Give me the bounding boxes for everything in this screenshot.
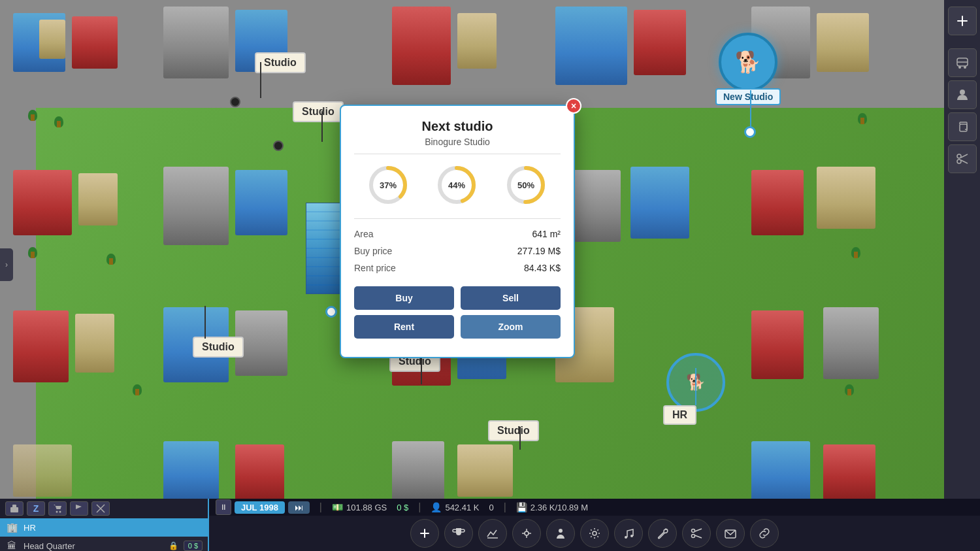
flag-button[interactable] — [70, 501, 88, 516]
tree — [105, 248, 118, 265]
ring-1-svg: 37% — [367, 164, 410, 207]
network-tool-button[interactable] — [512, 519, 541, 548]
building-icon — [5, 501, 24, 516]
building — [392, 7, 451, 85]
settings-tool-button[interactable] — [580, 519, 609, 548]
tree — [856, 108, 869, 124]
modal-buttons-row1: Buy Sell — [354, 286, 561, 310]
svg-rect-16 — [960, 124, 967, 131]
rent-button[interactable]: Rent — [354, 315, 454, 339]
balance-value: 0 $ — [397, 503, 408, 512]
building — [751, 170, 804, 235]
modal-close-button[interactable]: × — [566, 98, 581, 114]
hq-list-label: Head Quarter — [24, 541, 75, 551]
progress-rings: 37% 44% 50% — [354, 164, 561, 207]
add-tool-button[interactable] — [410, 519, 439, 548]
buy-price-row: Buy price 277.19 M$ — [354, 242, 561, 259]
ring-3-svg: 50% — [505, 164, 547, 207]
svg-line-42 — [695, 535, 702, 538]
list-item-hr[interactable]: 🏢 HR — [0, 518, 208, 537]
sleep-button[interactable]: Z — [27, 501, 45, 516]
wrench-tool-button[interactable] — [648, 519, 677, 548]
fast-forward-button[interactable]: ⏭ — [288, 501, 310, 514]
building — [13, 310, 69, 382]
transit-button[interactable] — [948, 48, 977, 77]
buy-button[interactable]: Buy — [354, 286, 454, 310]
building — [751, 441, 810, 503]
building — [634, 10, 686, 75]
building — [817, 13, 869, 72]
cart-button[interactable] — [48, 501, 67, 516]
svg-point-12 — [958, 66, 961, 69]
date-display: JUL 1998 — [235, 501, 285, 514]
new-studio-marker[interactable]: 🐕 New Studio — [715, 33, 781, 105]
svg-point-18 — [957, 159, 961, 163]
copy-button[interactable] — [948, 112, 977, 141]
scissors-tool-button[interactable] — [682, 519, 711, 548]
studio-dot-1 — [230, 97, 240, 107]
svg-point-39 — [692, 529, 695, 533]
chart-tool-button[interactable] — [478, 519, 507, 548]
area-label: Area — [354, 229, 374, 239]
building — [555, 7, 627, 85]
new-studio-dot — [744, 126, 756, 138]
svg-point-35 — [559, 529, 563, 533]
hr-connector-line — [695, 368, 696, 405]
svg-point-36 — [593, 531, 596, 535]
studio-dot-2 — [273, 141, 284, 151]
tree — [131, 379, 144, 395]
svg-line-19 — [961, 154, 968, 158]
zoom-button[interactable]: Zoom — [461, 315, 561, 339]
bottom-panel: Z 🏢 HR — [0, 499, 980, 551]
tool-button[interactable] — [91, 501, 110, 516]
building — [78, 173, 118, 225]
people-button[interactable] — [948, 80, 977, 109]
building — [72, 16, 118, 69]
tool-icons — [400, 516, 789, 551]
rent-price-row: Rent price 84.43 K$ — [354, 259, 561, 276]
person-tool-button[interactable] — [546, 519, 575, 548]
link-tool-button[interactable] — [750, 519, 779, 548]
music-tool-button[interactable] — [614, 519, 643, 548]
building — [13, 444, 72, 497]
hq-list-icon: 🏛 — [5, 539, 18, 551]
sell-button[interactable]: Sell — [461, 286, 561, 310]
trophy-tool-button[interactable] — [444, 519, 473, 548]
right-sidebar — [944, 0, 980, 551]
modal-buttons-row2: Rent Zoom — [354, 315, 561, 339]
svg-point-17 — [957, 154, 961, 158]
building — [457, 13, 497, 69]
building — [823, 444, 875, 500]
tree — [843, 379, 856, 395]
building — [75, 314, 114, 373]
left-panel-toggle[interactable]: › — [0, 248, 13, 281]
ring-2-svg: 44% — [436, 164, 478, 207]
scissors-button[interactable] — [948, 144, 977, 173]
tree — [52, 111, 65, 127]
bottom-center-toolbar: ⏸ JUL 1998 ⏭ | 💵 101.88 GS 0 $ | 👤 542.4… — [209, 499, 980, 551]
studio-line-2 — [321, 111, 323, 142]
money-value: 101.88 GS — [346, 503, 387, 512]
save-status: 💾 2.36 K/10.89 M — [516, 502, 588, 512]
building — [457, 444, 513, 497]
ring-3: 50% — [505, 164, 547, 207]
building — [235, 444, 284, 500]
svg-line-41 — [695, 529, 702, 531]
studio-label-6: Studio — [488, 420, 539, 441]
rent-price-value: 84.43 K$ — [524, 263, 561, 273]
pause-button[interactable]: ⏸ — [216, 499, 231, 515]
svg-point-24 — [59, 511, 61, 513]
zoom-in-button[interactable] — [948, 7, 977, 35]
list-item-hq[interactable]: 🏛 Head Quarter 🔒 0 $ — [0, 537, 208, 551]
ring-1: 37% — [367, 164, 410, 207]
hq-money-value: 0 $ — [188, 542, 198, 550]
modal-subtitle: Binogure Studio — [354, 137, 561, 154]
studio-label-3: Studio — [193, 337, 244, 358]
money-icon: 💵 — [332, 502, 343, 512]
mail-tool-button[interactable] — [716, 519, 745, 548]
studio-modal: × Next studio Binogure Studio 37% 44% 50… — [340, 105, 575, 358]
building — [817, 167, 875, 229]
svg-line-20 — [961, 160, 968, 163]
hr-label: HR — [663, 405, 696, 425]
svg-rect-28 — [420, 533, 429, 534]
